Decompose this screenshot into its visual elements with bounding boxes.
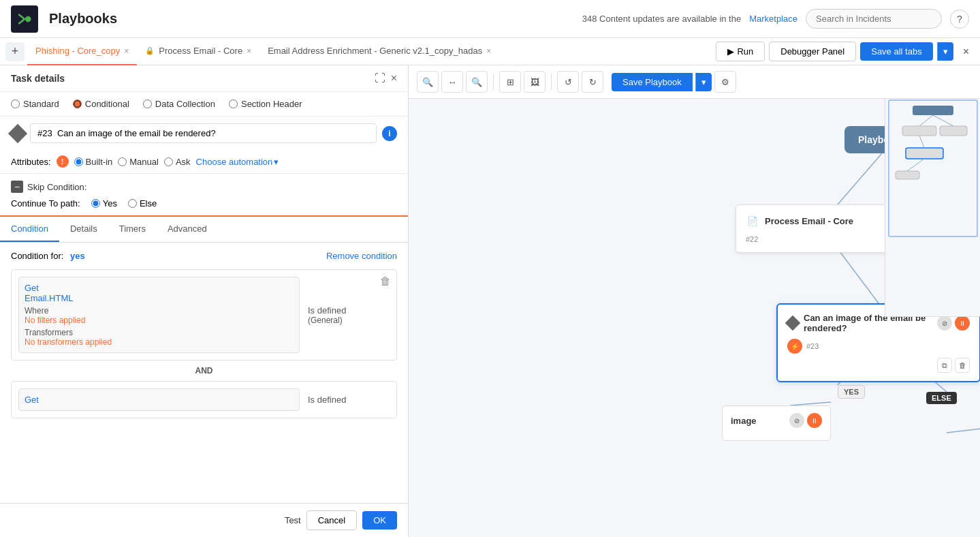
node-image[interactable]: image ⊘ ⏸ (722, 405, 831, 441)
attr-builtin-label[interactable]: Built-in (74, 157, 113, 167)
zoom-fit-button[interactable]: ↔ (441, 71, 463, 93)
redo-button[interactable]: ↻ (582, 71, 603, 93)
skip-condition-collapse-button[interactable]: − (11, 181, 23, 193)
task-expand-button[interactable]: ⛶ (375, 72, 385, 85)
condition2-get-label: Get (25, 395, 294, 405)
path-else-radio[interactable] (128, 199, 137, 208)
choose-automation-button[interactable]: Choose automation ▾ (196, 157, 279, 167)
node-delete-button[interactable]: 🗑 (955, 358, 970, 373)
tab-close-process[interactable]: × (247, 46, 251, 56)
node-pause-button[interactable]: ⏸ (807, 413, 822, 428)
lock-icon: 🔒 (145, 46, 155, 55)
align-button[interactable]: ⊞ (499, 71, 521, 93)
attr-builtin-radio[interactable] (74, 157, 83, 166)
canvas-divider-2 (551, 74, 552, 90)
condition-block-2: Get Is defined (11, 381, 397, 418)
condition-op-value: (General) (308, 316, 390, 325)
path-yes-radio[interactable] (91, 199, 100, 208)
type-sectionheader-radio[interactable] (229, 99, 238, 108)
tab-phishing[interactable]: Phishing - Core_copy × (27, 38, 137, 65)
svg-rect-11 (902, 126, 936, 136)
path-else-label[interactable]: Else (128, 198, 157, 209)
task-close-button[interactable]: × (391, 72, 397, 85)
zoom-in-button[interactable]: 🔍 (417, 71, 439, 93)
canvas-content: Playbook Triggered Inputs / Outputs 📄 Pr… (409, 99, 980, 535)
type-sectionheader-label[interactable]: Section Header (229, 99, 302, 109)
task-info-button[interactable]: i (382, 126, 397, 141)
image-button[interactable]: 🖼 (524, 71, 546, 93)
undo-icon: ↺ (565, 77, 572, 87)
node-skip-button[interactable]: ⊘ (937, 316, 952, 331)
settings-icon: ⚙ (721, 77, 729, 87)
run-button[interactable]: ▶ Run (716, 42, 765, 61)
badge-yes: YES (838, 385, 865, 399)
svg-rect-10 (913, 106, 953, 115)
tab-process-email[interactable]: 🔒 Process Email - Core × (137, 38, 259, 65)
btab-condition[interactable]: Condition (0, 217, 59, 242)
main-layout: Task details ⛶ × Standard Conditional Da… (0, 65, 980, 537)
save-playbook-dropdown-button[interactable]: ▾ (695, 73, 712, 91)
task-name-input[interactable] (30, 123, 377, 143)
condition-right-panel: Is defined (General) (308, 277, 390, 353)
debugger-panel-button[interactable]: Debugger Panel (769, 42, 856, 61)
align-icon: ⊞ (507, 77, 514, 87)
app-title: Playbooks (49, 11, 117, 27)
btab-details[interactable]: Details (59, 217, 108, 242)
node-lightning-button[interactable]: ⚡ (787, 339, 802, 354)
condition-field-value[interactable]: Email.HTML (25, 293, 294, 303)
node-image-header: image ⊘ ⏸ (731, 413, 822, 428)
zoom-out-icon: 🔍 (471, 77, 482, 87)
undo-button[interactable]: ↺ (557, 71, 579, 93)
add-tab-button[interactable]: + (5, 42, 25, 61)
minimap (885, 99, 980, 317)
save-all-dropdown-button[interactable]: ▾ (937, 42, 953, 61)
zoom-out-button[interactable]: 🔍 (466, 71, 488, 93)
condition-for-value: yes (70, 251, 85, 261)
node-pause-button[interactable]: ⏸ (955, 316, 970, 331)
marketplace-link[interactable]: Marketplace (749, 14, 797, 24)
canvas-settings-button[interactable]: ⚙ (714, 71, 736, 93)
attributes-badge: ! (57, 155, 69, 168)
node-skip-button[interactable]: ⊘ (789, 413, 804, 428)
type-standard-label[interactable]: Standard (11, 99, 59, 109)
ok-button[interactable]: OK (362, 511, 397, 530)
attr-ask-radio[interactable] (164, 157, 173, 166)
type-standard-radio[interactable] (11, 99, 20, 108)
save-playbook-button[interactable]: Save Playbook (612, 73, 693, 91)
type-datacollection-label[interactable]: Data Collection (143, 99, 215, 109)
path-else-text: Else (140, 198, 157, 209)
attr-manual-label[interactable]: Manual (118, 157, 159, 167)
tab-email-enrichment[interactable]: Email Address Enrichment - Generic v2.1_… (259, 38, 499, 65)
tab-close-enrichment[interactable]: × (486, 46, 491, 56)
cancel-button[interactable]: Cancel (306, 510, 357, 530)
condition-filter-value[interactable]: No filters applied (25, 316, 294, 325)
type-conditional-label[interactable]: Conditional (73, 99, 129, 109)
search-input[interactable] (806, 9, 942, 29)
condition-left-panel: Get Email.HTML Where No filters applied … (18, 277, 300, 353)
remove-condition-button[interactable]: Remove condition (326, 251, 397, 261)
attr-manual-radio[interactable] (118, 157, 127, 166)
type-datacollection-radio[interactable] (143, 99, 152, 108)
condition-delete-button[interactable]: 🗑 (380, 275, 391, 288)
save-all-tabs-button[interactable]: Save all tabs (860, 42, 932, 61)
redo-icon: ↻ (589, 77, 597, 87)
btab-advanced[interactable]: Advanced (157, 217, 218, 242)
btab-timers[interactable]: Timers (108, 217, 157, 242)
type-sectionheader-text: Section Header (241, 99, 302, 109)
test-button[interactable]: Test (285, 515, 301, 525)
condition-transform-value[interactable]: No transformers applied (25, 337, 294, 347)
path-yes-label[interactable]: Yes (91, 198, 117, 209)
node-copy-button[interactable]: ⧉ (937, 358, 952, 373)
close-all-button[interactable]: × (958, 43, 975, 61)
attr-ask-label[interactable]: Ask (164, 157, 191, 167)
playbook-canvas: 🔍 ↔ 🔍 ⊞ 🖼 ↺ ↻ Save Playbook ▾ (409, 65, 980, 537)
svg-line-9 (947, 419, 980, 433)
skip-condition-header: − Skip Condition: (11, 181, 397, 193)
task-details-actions: ⛶ × (375, 72, 397, 85)
help-button[interactable]: ? (950, 10, 969, 29)
condition-left-small: Get (18, 388, 300, 411)
tab-close-phishing[interactable]: × (124, 46, 129, 56)
tab-label: Email Address Enrichment - Generic v2.1_… (268, 46, 482, 56)
type-conditional-radio[interactable] (73, 99, 82, 108)
zoom-in-icon: 🔍 (422, 77, 433, 87)
